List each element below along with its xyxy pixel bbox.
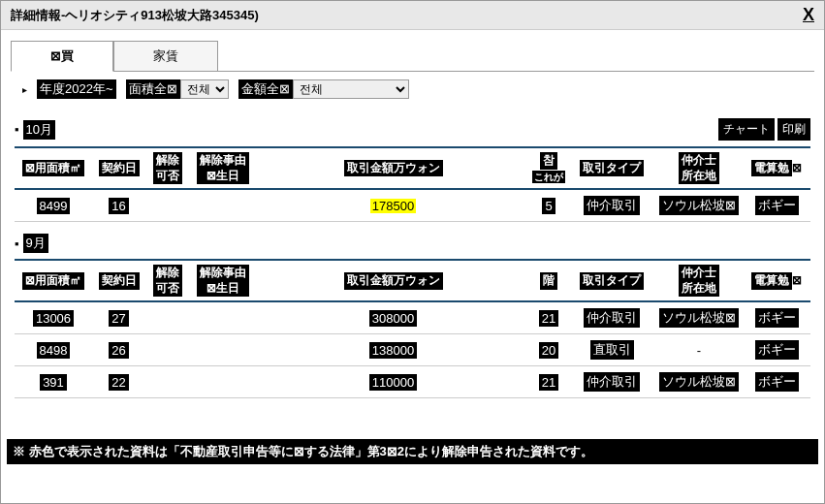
- filter-bar: ▸ 年度2022年~ 面積全⊠전체 金額全⊠전체: [11, 71, 814, 107]
- chevron-right-icon: ▸: [22, 84, 27, 95]
- col-comp: 電算勉: [751, 272, 792, 290]
- col-broker: 仲介士 所在地: [679, 265, 719, 297]
- cell-value: 110000: [369, 374, 417, 391]
- cell-value: ソウル松坡⊠: [659, 372, 739, 392]
- content-scroll[interactable]: ▪ 10月 チャート 印刷 ⊠用面積㎡ 契約日 解除 可否 解除事由 ⊠生日 取…: [1, 107, 824, 435]
- col-price: 取引金額万ウォン: [344, 160, 443, 177]
- window-title: 詳細情報-ヘリオシティ913松坡大路345345): [11, 7, 259, 24]
- col-comp: 電算勉: [751, 160, 792, 177]
- table-row: 84982613800020直取引-ボギー: [15, 334, 810, 366]
- cell-value: ソウル松坡⊠: [659, 196, 739, 215]
- col-area: ⊠用面積㎡: [22, 272, 84, 290]
- tab-rent[interactable]: 家賃: [113, 41, 218, 72]
- tab-buy[interactable]: ⊠買: [11, 41, 113, 72]
- table-row: 8499161785005仲介取引ソウル松坡⊠ボギー: [15, 189, 810, 222]
- cell-value: 仲介取引: [584, 196, 640, 215]
- month-label-oct: 10月: [23, 120, 55, 140]
- col-date: 契約日: [99, 272, 140, 290]
- amount-filter-select[interactable]: 전체: [293, 79, 409, 99]
- view-button[interactable]: ボギー: [755, 340, 799, 360]
- cell-value: 16: [109, 198, 128, 214]
- cell-value: 8498: [37, 342, 71, 359]
- col-type: 取引タイプ: [580, 160, 644, 177]
- amount-filter-label: 金額全⊠: [238, 79, 293, 99]
- month-label-sep: 9月: [23, 234, 48, 253]
- chart-button[interactable]: チャート: [718, 118, 775, 141]
- cell-value: 27: [109, 310, 128, 327]
- year-filter-label: 年度2022年~: [37, 79, 116, 99]
- col-cancel-date: 解除事由 ⊠生日: [197, 152, 249, 184]
- cell-value: 5: [542, 198, 555, 214]
- cell-value: 直取引: [590, 340, 634, 360]
- cell-value: 21: [539, 310, 558, 327]
- cell-value: 仲介取引: [584, 372, 640, 392]
- cell-value: 8499: [37, 198, 71, 214]
- col-price: 取引金額万ウォン: [344, 272, 443, 290]
- table-row: 130062730800021仲介取引ソウル松坡⊠ボギー: [15, 301, 810, 334]
- cell-value: 仲介取引: [584, 308, 640, 328]
- view-button[interactable]: ボギー: [755, 372, 799, 392]
- bullet-icon: ▪: [15, 236, 19, 251]
- table-october: ⊠用面積㎡ 契約日 解除 可否 解除事由 ⊠生日 取引金額万ウォン 참 これが …: [15, 146, 810, 222]
- footer-note: ※ 赤色で表示された資料は「不動産取引申告等に⊠する法律」第3⊠2により解除申告…: [7, 439, 818, 464]
- table-september: ⊠用面積㎡ 契約日 解除 可否 解除事由 ⊠生日 取引金額万ウォン 階 取引タイ…: [15, 259, 810, 398]
- cell-value: 138000: [369, 342, 417, 359]
- cell-value: 20: [539, 342, 558, 359]
- table-row: 3912211000021仲介取引ソウル松坡⊠ボギー: [15, 366, 810, 398]
- cell-value: 22: [109, 374, 128, 391]
- col-cancel: 解除 可否: [153, 265, 182, 297]
- area-filter-select[interactable]: 전체: [180, 79, 229, 99]
- close-icon[interactable]: X: [803, 5, 814, 25]
- cell-value: 26: [109, 342, 128, 359]
- col-cancel: 解除 可否: [153, 152, 182, 184]
- col-type: 取引タイプ: [580, 272, 644, 290]
- tab-bar: ⊠買 家賃: [1, 30, 824, 71]
- area-filter-label: 面積全⊠: [126, 79, 180, 99]
- view-button[interactable]: ボギー: [755, 308, 799, 328]
- col-note: 참: [540, 152, 557, 170]
- cell-value: 178500: [370, 199, 416, 213]
- cell-value: 21: [539, 374, 558, 391]
- bullet-icon: ▪: [15, 122, 19, 137]
- col-broker: 仲介士 所在地: [679, 152, 719, 184]
- cell-value: 13006: [33, 310, 74, 327]
- cell-value: ソウル松坡⊠: [659, 308, 739, 328]
- cell-value: 308000: [369, 310, 417, 327]
- print-button[interactable]: 印刷: [777, 118, 810, 141]
- view-button[interactable]: ボギー: [755, 196, 799, 215]
- col-date: 契約日: [99, 160, 140, 177]
- cell-value: 391: [40, 374, 67, 391]
- col-floor: 階: [540, 272, 557, 290]
- col-cancel-date: 解除事由 ⊠生日: [197, 265, 249, 297]
- col-note-tag: これが: [532, 171, 565, 183]
- col-area: ⊠用面積㎡: [22, 160, 84, 177]
